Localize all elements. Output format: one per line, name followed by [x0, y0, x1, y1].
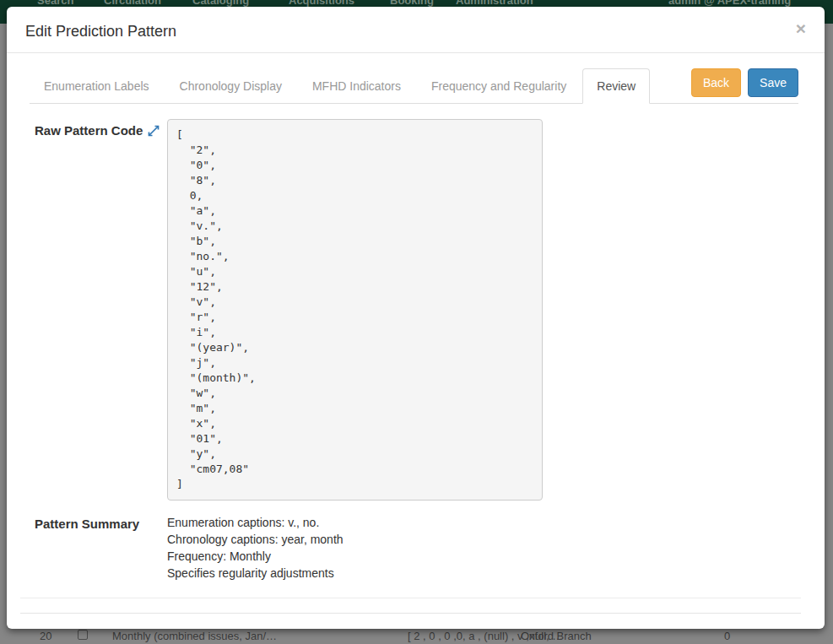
- footer-divider: [20, 613, 801, 614]
- raw-pattern-label: Raw Pattern Code: [35, 119, 167, 501]
- copy-icon: [78, 630, 88, 640]
- row-library: Oxford Branch: [521, 630, 592, 642]
- nav-item-administration[interactable]: Administration: [456, 0, 533, 7]
- form-divider: [20, 598, 801, 598]
- background-table-row: 20 Monthly (combined issues, Jan/… [ 2 ,…: [0, 629, 833, 644]
- raw-pattern-row: Raw Pattern Code [ "2", "0", "8", 0, "a"…: [7, 119, 825, 501]
- tab-chronology-display[interactable]: Chronology Display: [165, 68, 296, 104]
- nav-item-acquisitions[interactable]: Acquisitions: [289, 0, 354, 7]
- tab-review[interactable]: Review: [582, 68, 650, 104]
- summary-line-chronology: Chronology captions: year, month: [167, 531, 343, 548]
- modal-header: Edit Prediction Pattern ×: [7, 7, 825, 53]
- nav-item-cataloging[interactable]: Cataloging: [192, 0, 249, 7]
- tab-frequency-and-regularity[interactable]: Frequency and Regularity: [417, 68, 581, 104]
- back-button[interactable]: Back: [691, 68, 741, 97]
- nav-item-circulation[interactable]: Circulation: [104, 0, 161, 7]
- tab-mfhd-indicators[interactable]: MFHD Indicators: [298, 68, 415, 104]
- summary-line-enumeration: Enumeration captions: v., no.: [167, 514, 343, 531]
- tab-actions: Back Save: [691, 68, 798, 97]
- row-description: Monthly (combined issues, Jan/…: [112, 630, 277, 642]
- pattern-summary-row: Pattern Summary Enumeration captions: v.…: [7, 512, 825, 582]
- close-icon[interactable]: ×: [791, 19, 811, 38]
- summary-line-regularity: Specifies regularity adjustments: [167, 565, 343, 582]
- nav-item-search[interactable]: Search: [37, 0, 73, 7]
- raw-pattern-label-text: Raw Pattern Code: [35, 123, 143, 138]
- raw-pattern-code[interactable]: [ "2", "0", "8", 0, "a", "v.", "b", "no.…: [167, 119, 543, 501]
- row-number: 20: [40, 630, 51, 642]
- save-button[interactable]: Save: [748, 68, 798, 97]
- tab-enumeration-labels[interactable]: Enumeration Labels: [30, 68, 164, 104]
- row-count: 0: [724, 630, 730, 642]
- pattern-summary-text: Enumeration captions: v., no. Chronology…: [167, 512, 343, 582]
- pattern-summary-label: Pattern Summary: [35, 512, 167, 582]
- summary-line-frequency: Frequency: Monthly: [167, 548, 343, 565]
- edit-prediction-pattern-modal: Edit Prediction Pattern × Enumeration La…: [7, 7, 825, 629]
- nav-item-booking[interactable]: Booking: [390, 0, 434, 7]
- expand-icon[interactable]: [148, 122, 160, 142]
- tab-bar: Enumeration Labels Chronology Display MF…: [30, 68, 798, 104]
- modal-title: Edit Prediction Pattern: [25, 23, 176, 40]
- nav-user-menu[interactable]: admin @ APEX-training: [668, 0, 791, 7]
